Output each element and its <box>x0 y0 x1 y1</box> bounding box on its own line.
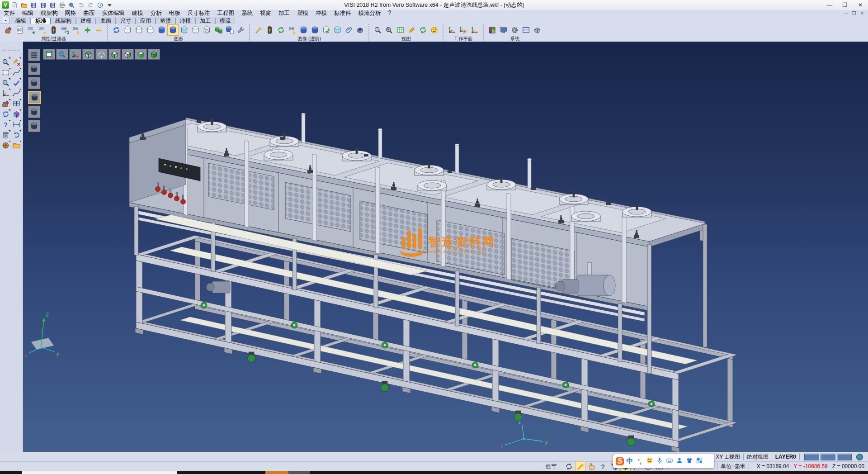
account-person-icon[interactable] <box>675 456 684 467</box>
navigation-wheel[interactable] <box>0 140 11 150</box>
delete-entities[interactable] <box>11 57 22 67</box>
window-tile[interactable] <box>11 99 22 109</box>
hide-entities[interactable] <box>37 24 48 36</box>
ribbon-tab-5[interactable]: 尺寸 <box>116 18 136 24</box>
ribbon-tab-6[interactable]: 应用 <box>136 18 156 24</box>
punctuation-mode[interactable]: ’, <box>635 456 644 467</box>
advanced-select[interactable] <box>253 24 264 36</box>
advanced-toggle[interactable] <box>287 24 298 36</box>
zoom-window[interactable] <box>383 24 395 36</box>
show-entities[interactable] <box>25 24 37 36</box>
minimize-button[interactable]: — <box>822 0 837 10</box>
advanced-refresh[interactable] <box>275 24 287 36</box>
view-preferences[interactable] <box>429 24 440 36</box>
show-all[interactable] <box>82 24 93 36</box>
close-button[interactable]: ✕ <box>853 0 868 10</box>
strip-hidden-line[interactable] <box>28 77 40 89</box>
menu-item-16[interactable]: 标准件 <box>330 9 355 17</box>
strip-shaded[interactable] <box>28 91 41 104</box>
mdi-restore-button[interactable]: ❐ <box>850 10 858 17</box>
menu-item-17[interactable]: 模流分析 <box>355 9 385 17</box>
menu-item-9[interactable]: 尺寸标注 <box>184 9 214 17</box>
system-settings[interactable] <box>509 24 520 36</box>
active-layer-label[interactable]: LAYER0 <box>775 454 796 460</box>
menu-item-13[interactable]: 加工 <box>275 9 293 17</box>
menu-item-7[interactable]: 分析 <box>147 9 165 17</box>
shaded-mode[interactable] <box>156 24 167 36</box>
menu-item-10[interactable]: 工程图 <box>214 9 238 17</box>
maximize-button[interactable]: ❐ <box>837 0 853 10</box>
delete-trash[interactable] <box>0 130 11 140</box>
menu-item-18[interactable]: ? <box>385 9 395 17</box>
menu-item-15[interactable]: 冲模 <box>312 9 330 17</box>
mdi-close-button[interactable]: ✕ <box>858 10 866 17</box>
skin-shirt-icon[interactable] <box>685 456 694 467</box>
strip-translucent[interactable] <box>28 120 40 132</box>
wireframe-mode[interactable] <box>122 24 133 36</box>
emoji-face-icon[interactable] <box>645 456 654 467</box>
sogou-logo[interactable]: S <box>615 456 624 467</box>
regen-view[interactable] <box>0 109 11 119</box>
measure-distance[interactable] <box>11 119 22 129</box>
strip-shaded-edges[interactable] <box>28 106 40 118</box>
ribbon-tab-4[interactable]: 曲面 <box>96 18 116 24</box>
open-folder-icon[interactable] <box>20 1 28 9</box>
dashed-hidden-mode[interactable] <box>145 24 156 36</box>
voice-mic-icon[interactable] <box>655 456 664 467</box>
magic-select[interactable] <box>575 462 585 471</box>
display-menu[interactable] <box>28 49 40 61</box>
solid-cube[interactable] <box>11 109 22 119</box>
menu-item-12[interactable]: 视窗 <box>256 9 275 17</box>
translucent-mode[interactable] <box>179 24 190 36</box>
attributes-palette[interactable] <box>0 99 11 109</box>
visibility-filter[interactable] <box>48 24 59 36</box>
menu-item-14[interactable]: 塑模 <box>293 9 312 17</box>
selection-zoom[interactable] <box>0 57 11 67</box>
ribbon-tab-3[interactable]: 建模 <box>76 18 96 24</box>
print-icon[interactable] <box>58 1 66 9</box>
ribbon-tab-1[interactable]: 标准 <box>31 18 51 24</box>
shading-options[interactable] <box>212 24 224 36</box>
attach-display[interactable] <box>343 24 354 36</box>
refresh-visibility[interactable] <box>59 24 71 36</box>
prism-display[interactable] <box>354 24 366 36</box>
history-icon[interactable] <box>96 1 104 9</box>
save-as-icon[interactable] <box>39 1 47 9</box>
layer-color-3[interactable] <box>837 454 852 460</box>
strip-wireframe[interactable] <box>28 63 40 75</box>
move-axes[interactable] <box>0 88 11 98</box>
verified-display[interactable] <box>321 24 332 36</box>
regenerate[interactable] <box>111 24 122 36</box>
view-right[interactable] <box>122 49 134 60</box>
menu-item-8[interactable]: 电极 <box>165 9 184 17</box>
ribbon-tab-8[interactable]: 冲模 <box>175 18 195 24</box>
more-dropdown-icon[interactable] <box>105 1 113 9</box>
toolbar-drag-handle[interactable] <box>3 50 20 54</box>
open-file[interactable] <box>11 140 22 150</box>
view-iso-wire[interactable] <box>95 49 108 60</box>
ribbon-tab-0[interactable]: 编辑 <box>11 18 31 24</box>
hidden-line-mode[interactable] <box>133 24 145 36</box>
globe-icon[interactable] <box>854 452 865 462</box>
confirm-check[interactable] <box>11 78 22 88</box>
system-colors[interactable] <box>486 24 498 36</box>
menu-item-1[interactable]: 编辑 <box>19 9 37 17</box>
view-grid[interactable] <box>395 24 406 36</box>
view-isometric[interactable] <box>148 49 160 60</box>
undo-action[interactable] <box>11 130 22 140</box>
zoom-view[interactable] <box>372 24 383 36</box>
workplane-snap[interactable] <box>469 24 480 36</box>
system-render[interactable] <box>532 24 543 36</box>
layer-color-1[interactable] <box>804 454 819 460</box>
menu-item-6[interactable]: 建模 <box>128 9 147 17</box>
workplane-main[interactable] <box>446 24 458 36</box>
view-front[interactable] <box>135 49 147 60</box>
rectangle-select[interactable] <box>0 67 11 77</box>
snap-hand[interactable] <box>586 462 597 471</box>
advanced-filter[interactable] <box>264 24 275 36</box>
curve-edit[interactable] <box>11 88 22 98</box>
ribbon-tab-9[interactable]: 加工 <box>195 18 215 24</box>
status-help[interactable] <box>598 462 608 471</box>
menu-item-2[interactable]: 线架构 <box>37 9 61 17</box>
layer-color-2[interactable] <box>821 454 835 460</box>
